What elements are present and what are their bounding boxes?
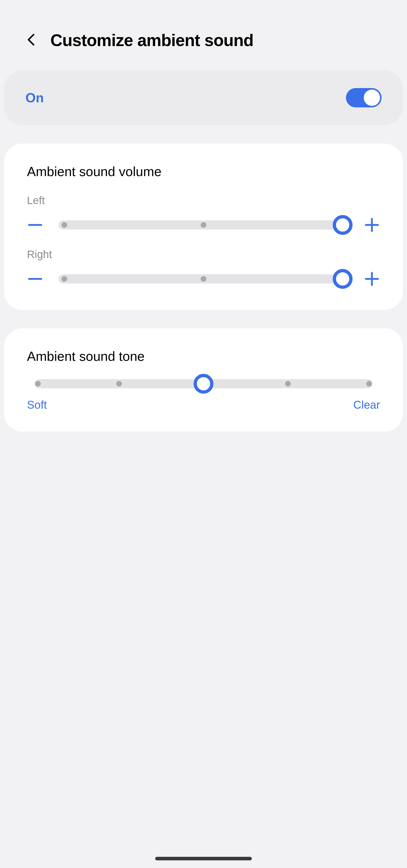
slider-thumb[interactable]	[333, 215, 352, 235]
tone-card-title: Ambient sound tone	[27, 349, 380, 364]
minus-icon[interactable]	[27, 217, 43, 233]
home-indicator[interactable]	[155, 857, 252, 860]
header: Customize ambient sound	[0, 0, 407, 70]
tone-label-clear: Clear	[353, 399, 380, 411]
slider-label-right: Right	[27, 248, 380, 260]
minus-icon[interactable]	[27, 271, 43, 287]
plus-icon[interactable]	[364, 217, 380, 233]
volume-row-left	[27, 217, 380, 233]
feature-toggle-row[interactable]: On	[4, 70, 403, 125]
slider-thumb[interactable]	[333, 269, 352, 289]
back-icon[interactable]	[26, 34, 38, 47]
tone-labels: Soft Clear	[27, 399, 380, 411]
tone-card: Ambient sound tone Soft Clear	[4, 328, 403, 432]
volume-slider-right-group: Right	[27, 248, 380, 287]
page-title: Customize ambient sound	[50, 31, 253, 50]
volume-card: Ambient sound volume Left Right	[4, 144, 403, 310]
plus-icon[interactable]	[364, 271, 380, 287]
toggle-label: On	[26, 90, 44, 105]
volume-slider-right[interactable]	[59, 274, 348, 283]
tone-slider-wrap: Soft Clear	[27, 379, 380, 411]
volume-slider-left-group: Left	[27, 194, 380, 233]
volume-slider-left[interactable]	[59, 220, 348, 229]
tone-slider[interactable]	[35, 379, 372, 388]
slider-label-left: Left	[27, 194, 380, 207]
toggle-switch[interactable]	[346, 88, 381, 107]
volume-row-right	[27, 271, 380, 287]
tone-label-soft: Soft	[27, 399, 47, 411]
toggle-knob	[364, 90, 380, 106]
volume-card-title: Ambient sound volume	[27, 164, 380, 179]
slider-thumb[interactable]	[194, 374, 213, 394]
